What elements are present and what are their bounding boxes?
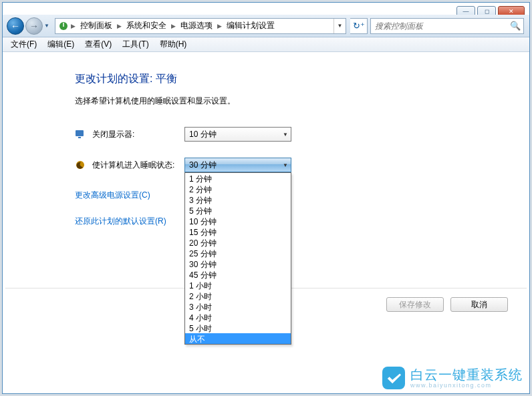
sleep-value: 30 分钟	[189, 160, 283, 171]
sleep-dropdown-list[interactable]: 1 分钟2 分钟3 分钟5 分钟10 分钟15 分钟20 分钟25 分钟30 分…	[184, 172, 291, 345]
sleep-option[interactable]: 30 分钟	[185, 258, 291, 269]
sleep-option[interactable]: 15 分钟	[185, 226, 291, 237]
sleep-label: 使计算机进入睡眠状态:	[92, 160, 184, 171]
cancel-button[interactable]: 取消	[450, 297, 508, 312]
chevron-right-icon: ▶	[217, 23, 223, 29]
chevron-down-icon: ▼	[283, 132, 288, 138]
menu-file[interactable]: 文件(F)	[8, 37, 39, 51]
refresh-icon: ↻⁺	[353, 21, 365, 31]
content-area: 更改计划的设置: 平衡 选择希望计算机使用的睡眠设置和显示设置。 关闭显示器: …	[3, 52, 529, 393]
watermark-logo-icon	[382, 367, 405, 389]
address-navbar: ← → ▼ ▶ 控制面板 ▶ 系统和安全 ▶ 电源选项 ▶ 编辑计划设置 ▼ ↻…	[3, 15, 529, 37]
sleep-option[interactable]: 10 分钟	[185, 216, 291, 226]
sleep-option[interactable]: 2 分钟	[185, 184, 291, 194]
advanced-settings-link[interactable]: 更改高级电源设置(C)	[75, 190, 529, 201]
svg-rect-2	[78, 137, 81, 138]
sleep-option[interactable]: 5 分钟	[185, 205, 291, 216]
menu-edit[interactable]: 编辑(E)	[45, 37, 77, 51]
forward-button[interactable]: →	[25, 17, 43, 35]
power-options-icon	[58, 21, 69, 31]
menu-help[interactable]: 帮助(H)	[157, 37, 190, 51]
sleep-option[interactable]: 1 小时	[185, 280, 291, 290]
watermark-text: 白云一键重装系统	[410, 368, 523, 381]
display-off-combo[interactable]: 10 分钟 ▼	[184, 127, 291, 142]
sleep-option[interactable]: 从不	[185, 333, 291, 344]
sleep-option[interactable]: 2 小时	[185, 290, 291, 301]
chevron-down-icon: ▼	[283, 162, 288, 168]
chevron-right-icon: ▶	[170, 23, 176, 29]
search-box[interactable]: 🔍	[370, 18, 524, 34]
watermark: 白云一键重装系统 www.baiyunxitong.com	[382, 367, 523, 389]
setting-display-off: 关闭显示器: 10 分钟 ▼	[75, 127, 529, 142]
arrow-right-icon: →	[29, 21, 39, 31]
monitor-icon	[75, 129, 86, 140]
sleep-option[interactable]: 1 分钟	[185, 173, 291, 184]
page-title: 更改计划的设置: 平衡	[75, 72, 529, 86]
watermark-url: www.baiyunxitong.com	[410, 383, 523, 389]
sleep-option[interactable]: 5 小时	[185, 323, 291, 333]
restore-defaults-link[interactable]: 还原此计划的默认设置(R)	[75, 216, 529, 227]
breadcrumb-system-security[interactable]: 系统和安全	[122, 19, 170, 33]
sleep-option[interactable]: 45 分钟	[185, 269, 291, 280]
display-off-value: 10 分钟	[189, 129, 283, 140]
search-icon: 🔍	[510, 21, 521, 31]
svg-rect-1	[76, 130, 84, 136]
sleep-combo[interactable]: 30 分钟 ▼ 1 分钟2 分钟3 分钟5 分钟10 分钟15 分钟20 分钟2…	[184, 158, 291, 172]
chevron-right-icon: ▶	[70, 23, 76, 29]
titlebar: — ◻ ✕	[2, 2, 530, 14]
breadcrumb-control-panel[interactable]: 控制面板	[76, 19, 116, 33]
chevron-right-icon: ▶	[116, 23, 122, 29]
sleep-option[interactable]: 20 分钟	[185, 237, 291, 248]
arrow-left-icon: ←	[11, 21, 20, 31]
display-off-label: 关闭显示器:	[92, 129, 184, 140]
breadcrumb-edit-plan[interactable]: 编辑计划设置	[223, 19, 279, 33]
address-dropdown[interactable]: ▼	[334, 19, 346, 33]
breadcrumb-power-options[interactable]: 电源选项	[176, 19, 217, 33]
address-bar[interactable]: ▶ 控制面板 ▶ 系统和安全 ▶ 电源选项 ▶ 编辑计划设置 ▼	[55, 18, 346, 34]
sleep-option[interactable]: 25 分钟	[185, 248, 291, 258]
refresh-button[interactable]: ↻⁺	[350, 18, 368, 34]
menu-tools[interactable]: 工具(T)	[120, 37, 151, 51]
moon-icon	[75, 160, 86, 170]
page-description: 选择希望计算机使用的睡眠设置和显示设置。	[75, 95, 529, 107]
sleep-option[interactable]: 4 小时	[185, 312, 291, 323]
menubar: 文件(F) 编辑(E) 查看(V) 工具(T) 帮助(H)	[3, 37, 529, 52]
menu-view[interactable]: 查看(V)	[82, 37, 114, 51]
setting-sleep: 使计算机进入睡眠状态: 30 分钟 ▼ 1 分钟2 分钟3 分钟5 分钟10 分…	[75, 158, 529, 172]
nav-history-dropdown[interactable]: ▼	[43, 17, 51, 35]
back-button[interactable]: ←	[7, 17, 24, 35]
sleep-option[interactable]: 3 小时	[185, 301, 291, 312]
save-button[interactable]: 保存修改	[386, 297, 444, 312]
search-input[interactable]	[374, 21, 510, 31]
sleep-option[interactable]: 3 分钟	[185, 194, 291, 205]
